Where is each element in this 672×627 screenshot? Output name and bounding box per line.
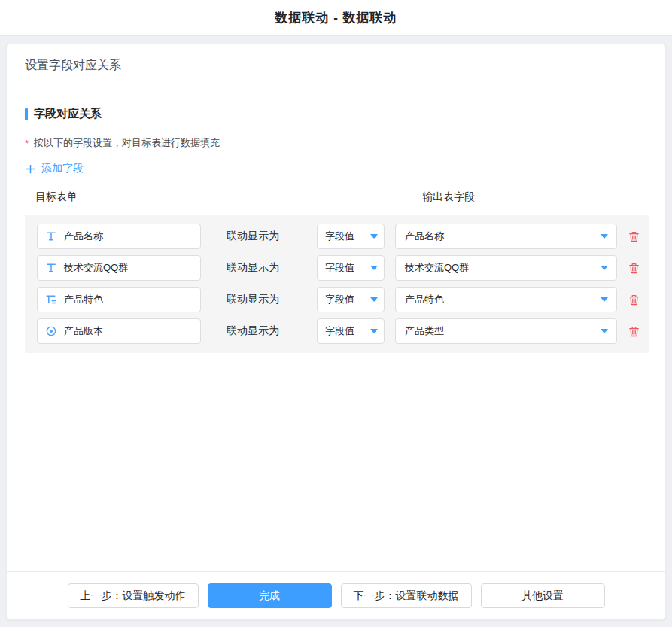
trash-icon [628, 262, 640, 275]
field-mapping-list: 产品名称 联动显示为 字段值 产品名称 技术交流QQ群 联动显示为 [25, 215, 649, 353]
panel-footer: 上一步：设置触发动作 完成 下一步：设置联动数据 其他设置 [7, 571, 665, 619]
delete-row-button[interactable] [628, 230, 640, 243]
field-mapping-row: 产品特色 联动显示为 字段值 产品特色 [31, 287, 643, 312]
add-field-label: 添加字段 [41, 162, 84, 175]
plus-icon [25, 163, 36, 175]
column-header-target: 目标表单 [35, 190, 78, 204]
panel-title: 设置字段对应关系 [25, 58, 121, 74]
panel-header: 设置字段对应关系 [7, 44, 665, 87]
target-field-input[interactable]: 产品特色 [37, 287, 201, 312]
link-display-label: 联动显示为 [227, 230, 279, 243]
target-field-input[interactable]: 技术交流QQ群 [37, 255, 201, 281]
single-line-text-icon [45, 230, 57, 242]
prev-step-button[interactable]: 上一步：设置触发动作 [68, 583, 199, 608]
panel-body: 字段对应关系 * 按以下的字段设置，对目标表进行数据填充 添加字段 目标表单 输… [7, 87, 665, 571]
chevron-down-icon [601, 266, 608, 270]
page-title: 数据联动 - 数据联动 [275, 9, 397, 26]
settings-panel: 设置字段对应关系 字段对应关系 * 按以下的字段设置，对目标表进行数据填充 添加… [6, 44, 666, 620]
field-mapping-row: 技术交流QQ群 联动显示为 字段值 技术交流QQ群 [31, 255, 643, 281]
link-display-label: 联动显示为 [227, 261, 279, 275]
output-field-select[interactable]: 产品类型 [395, 318, 617, 344]
trash-icon [628, 325, 640, 338]
chevron-down-icon [363, 329, 384, 333]
field-mapping-row: 产品版本 联动显示为 字段值 产品类型 [31, 318, 643, 344]
finish-button[interactable]: 完成 [208, 583, 332, 608]
trash-icon [628, 230, 640, 243]
display-as-select[interactable]: 字段值 [317, 255, 385, 281]
output-field-select[interactable]: 技术交流QQ群 [395, 255, 617, 281]
required-asterisk: * [25, 138, 29, 149]
multi-line-text-icon [45, 294, 57, 306]
required-note: * 按以下的字段设置，对目标表进行数据填充 [25, 136, 647, 150]
target-field-input[interactable]: 产品版本 [37, 318, 201, 344]
link-display-label: 联动显示为 [227, 293, 279, 306]
radio-icon [45, 325, 57, 337]
display-as-select[interactable]: 字段值 [317, 318, 385, 344]
target-field-input[interactable]: 产品名称 [37, 224, 201, 249]
section-title-text: 字段对应关系 [34, 107, 102, 121]
trash-icon [628, 294, 640, 306]
delete-row-button[interactable] [628, 294, 640, 306]
add-field-button[interactable]: 添加字段 [25, 162, 84, 175]
field-mapping-row: 产品名称 联动显示为 字段值 产品名称 [31, 224, 643, 249]
single-line-text-icon [45, 262, 57, 274]
display-as-select[interactable]: 字段值 [317, 287, 385, 312]
chevron-down-icon [363, 266, 384, 270]
next-step-button[interactable]: 下一步：设置联动数据 [341, 583, 472, 608]
section-title: 字段对应关系 [25, 107, 647, 121]
delete-row-button[interactable] [628, 325, 640, 338]
output-field-select[interactable]: 产品特色 [395, 287, 617, 312]
top-bar: 数据联动 - 数据联动 [0, 0, 672, 36]
section-accent-bar [25, 108, 28, 120]
other-settings-button[interactable]: 其他设置 [481, 583, 605, 608]
column-headers: 目标表单 输出表字段 [25, 190, 647, 205]
chevron-down-icon [363, 297, 384, 302]
output-field-select[interactable]: 产品名称 [395, 224, 617, 249]
link-display-label: 联动显示为 [227, 324, 279, 338]
column-header-output: 输出表字段 [422, 190, 475, 204]
chevron-down-icon [363, 234, 384, 239]
note-text: 按以下的字段设置，对目标表进行数据填充 [34, 136, 220, 150]
chevron-down-icon [601, 234, 608, 239]
chevron-down-icon [601, 329, 608, 333]
delete-row-button[interactable] [628, 262, 640, 275]
chevron-down-icon [601, 297, 608, 302]
display-as-select[interactable]: 字段值 [317, 224, 385, 249]
